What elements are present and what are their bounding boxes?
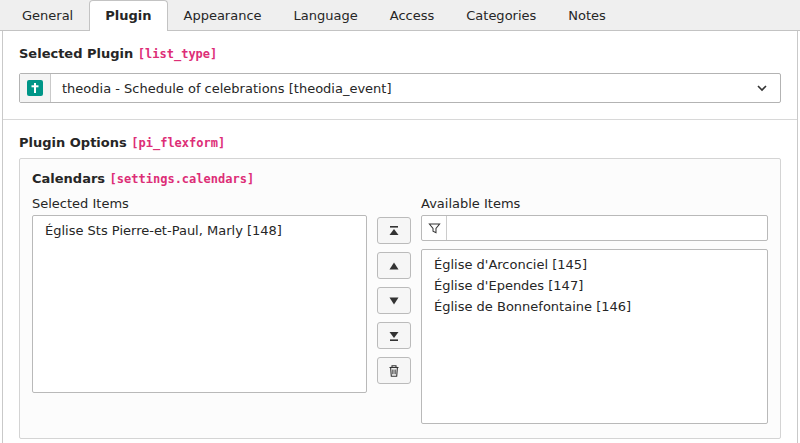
- calendars-field-key: [settings.calendars]: [110, 172, 255, 186]
- tab-general[interactable]: General: [6, 0, 89, 31]
- theodia-plugin-icon-box: [20, 74, 51, 102]
- tab-content-panel: Selected Plugin [list_type] theodia - Sc…: [2, 31, 798, 443]
- tab-access[interactable]: Access: [374, 0, 451, 31]
- selected-plugin-heading: Selected Plugin [list_type]: [19, 46, 781, 61]
- available-item[interactable]: Église d'Ependes [147]: [422, 275, 767, 296]
- tab-plugin[interactable]: Plugin: [89, 0, 167, 31]
- tab-categories[interactable]: Categories: [450, 0, 552, 31]
- plugin-select-value: theodia - Schedule of celebrations [theo…: [62, 81, 392, 96]
- plugin-options-field-key: [pi_flexform]: [131, 136, 225, 150]
- move-to-top-icon: [388, 225, 400, 237]
- funnel-icon: [428, 222, 441, 235]
- available-items-filter: [421, 215, 768, 241]
- funnel-icon-box: [422, 216, 447, 240]
- calendars-dual-list: Selected Items Église Sts Pierre-et-Paul…: [32, 196, 768, 424]
- tab-bar: General Plugin Appearance Language Acces…: [0, 0, 800, 31]
- selected-plugin-title: Selected Plugin: [19, 46, 133, 61]
- selected-plugin-section: Selected Plugin [list_type] theodia - Sc…: [3, 31, 797, 119]
- plugin-options-heading: Plugin Options [pi_flexform]: [19, 135, 781, 150]
- plugin-options-title: Plugin Options: [19, 135, 127, 150]
- move-up-icon: [388, 260, 400, 272]
- remove-item-button[interactable]: [377, 357, 411, 384]
- selected-plugin-field-key: [list_type]: [138, 47, 217, 61]
- tab-appearance[interactable]: Appearance: [168, 0, 278, 31]
- move-down-button[interactable]: [377, 287, 411, 314]
- list-button-column: [377, 196, 411, 424]
- plugin-select[interactable]: theodia - Schedule of celebrations [theo…: [19, 73, 781, 103]
- move-to-top-button[interactable]: [377, 217, 411, 244]
- available-item[interactable]: Église de Bonnefontaine [146]: [422, 296, 767, 317]
- move-to-bottom-button[interactable]: [377, 322, 411, 349]
- trash-icon: [387, 364, 401, 378]
- calendars-title: Calendars: [32, 171, 105, 186]
- available-item[interactable]: Église d'Arconciel [145]: [422, 254, 767, 275]
- calendars-heading: Calendars [settings.calendars]: [32, 171, 768, 186]
- move-to-bottom-icon: [388, 330, 400, 342]
- tab-language[interactable]: Language: [278, 0, 374, 31]
- plugin-select-value-row: theodia - Schedule of celebrations [theo…: [51, 74, 780, 102]
- move-down-icon: [388, 295, 400, 307]
- cross-icon: [27, 80, 43, 96]
- selected-items-label: Selected Items: [32, 196, 367, 211]
- filter-input[interactable]: [447, 216, 767, 240]
- selected-item[interactable]: Église Sts Pierre-et-Paul, Marly [148]: [33, 220, 366, 241]
- calendars-fieldset: Calendars [settings.calendars] Selected …: [19, 158, 781, 439]
- tab-notes[interactable]: Notes: [552, 0, 622, 31]
- plugin-options-section: Plugin Options [pi_flexform] Calendars […: [3, 119, 797, 443]
- move-up-button[interactable]: [377, 252, 411, 279]
- available-items-column: Available Items Église d'Arconciel [145]…: [421, 196, 768, 424]
- available-items-label: Available Items: [421, 196, 768, 211]
- selected-items-column: Selected Items Église Sts Pierre-et-Paul…: [32, 196, 367, 424]
- chevron-down-icon: [755, 81, 769, 95]
- available-items-list[interactable]: Église d'Arconciel [145] Église d'Epende…: [421, 249, 768, 424]
- selected-items-list[interactable]: Église Sts Pierre-et-Paul, Marly [148]: [32, 215, 367, 393]
